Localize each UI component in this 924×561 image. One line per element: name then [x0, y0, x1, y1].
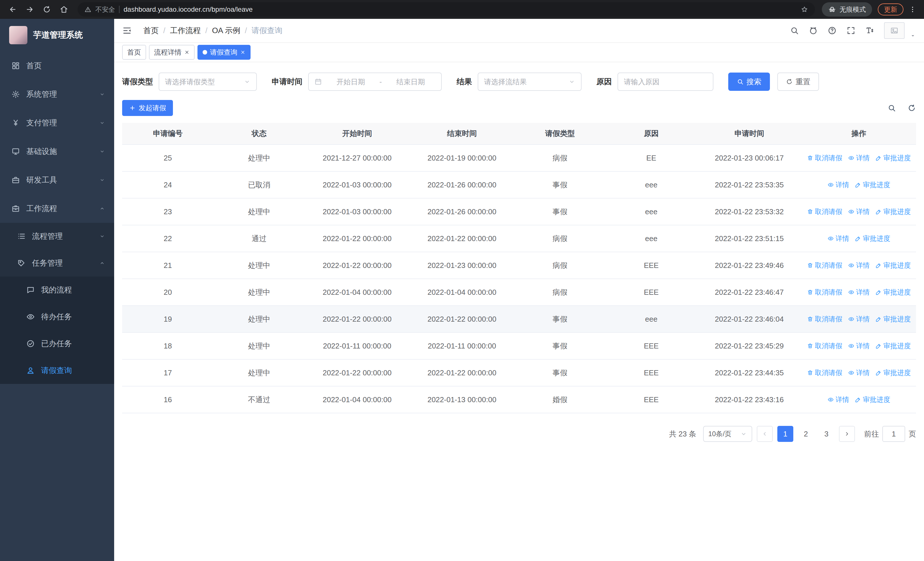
- content: 请假类型 请选择请假类型 申请时间 开始日期 - 结束日期: [114, 62, 924, 561]
- breadcrumb-item[interactable]: 工作流程: [170, 26, 201, 36]
- progress-action-link[interactable]: 审批进度: [855, 234, 890, 243]
- sidebar-collapse-icon[interactable]: [122, 26, 132, 35]
- create-leave-button[interactable]: 发起请假: [122, 100, 173, 116]
- cell-reason: EE: [606, 144, 697, 171]
- goto-page-input[interactable]: [882, 426, 905, 442]
- browser-back-icon[interactable]: [6, 3, 20, 16]
- cancel-action-link[interactable]: 取消请假: [807, 341, 842, 350]
- sidebar-item-待办任务[interactable]: 待办任务: [0, 303, 114, 330]
- sidebar-item-已办任务[interactable]: 已办任务: [0, 330, 114, 357]
- avatar-caret-icon[interactable]: [910, 33, 916, 39]
- search-button[interactable]: 搜索: [728, 72, 770, 91]
- bookmark-star-icon[interactable]: [801, 6, 808, 13]
- close-icon[interactable]: [184, 50, 189, 55]
- cancel-action-link[interactable]: 取消请假: [807, 314, 842, 323]
- page-button-1[interactable]: 1: [777, 426, 793, 442]
- column-header: 原因: [606, 123, 697, 144]
- sidebar-item-支付管理[interactable]: 支付管理: [0, 108, 114, 137]
- cancel-action-link[interactable]: 取消请假: [807, 207, 842, 216]
- table-body: 25处理中2021-12-27 00:00:002022-01-19 00:00…: [122, 144, 916, 413]
- page-button-3[interactable]: 3: [818, 426, 834, 442]
- sidebar-item-工作流程[interactable]: 工作流程: [0, 194, 114, 223]
- address-bar[interactable]: 不安全 dashboard.yudao.iocoder.cn/bpm/oa/le…: [78, 2, 815, 17]
- prev-page-button[interactable]: [757, 426, 773, 442]
- security-warning-label: 不安全: [95, 5, 115, 14]
- search-icon[interactable]: [790, 26, 799, 35]
- refresh-table-icon[interactable]: [908, 104, 916, 112]
- cell-actions: 取消请假详情审批进度: [802, 144, 916, 171]
- trash-icon: [807, 289, 813, 295]
- tag-icon: [17, 259, 26, 267]
- progress-action-link[interactable]: 审批进度: [876, 288, 911, 297]
- breadcrumb-item: 请假查询: [252, 26, 282, 36]
- progress-action-link[interactable]: 审批进度: [876, 314, 911, 323]
- page-size-select[interactable]: 10条/页: [703, 426, 752, 442]
- browser-reload-icon[interactable]: [40, 3, 54, 16]
- browser-menu-icon[interactable]: [907, 5, 918, 14]
- cancel-action-link[interactable]: 取消请假: [807, 288, 842, 297]
- avatar[interactable]: [884, 22, 904, 39]
- sidebar-item-请假查询[interactable]: 请假查询: [0, 357, 114, 384]
- page-numbers: 123: [777, 426, 834, 442]
- sidebar-item-首页[interactable]: 首页: [0, 51, 114, 80]
- fullscreen-icon[interactable]: [846, 26, 855, 35]
- cell-type: 婚假: [514, 386, 606, 413]
- progress-action-link[interactable]: 审批进度: [876, 261, 911, 270]
- leave-type-select[interactable]: 请选择请假类型: [159, 72, 257, 91]
- cancel-action-link[interactable]: 取消请假: [807, 368, 842, 378]
- chevron-down-icon: [99, 177, 105, 183]
- detail-action-link[interactable]: 详情: [848, 288, 870, 297]
- cell-start: 2022-01-11 00:00:00: [305, 332, 410, 359]
- sidebar-item-我的流程[interactable]: 我的流程: [0, 277, 114, 303]
- column-header: 结束时间: [410, 123, 514, 144]
- browser-home-icon[interactable]: [57, 3, 71, 16]
- cancel-action-link[interactable]: 取消请假: [807, 261, 842, 270]
- sidebar-item-label: 我的流程: [41, 285, 105, 295]
- tab-流程详情[interactable]: 流程详情: [149, 45, 195, 60]
- detail-action-link[interactable]: 详情: [848, 261, 870, 270]
- toggle-search-icon[interactable]: [888, 104, 896, 112]
- sidebar-item-label: 研发工具: [26, 175, 99, 185]
- breadcrumb-item[interactable]: 首页: [143, 26, 159, 36]
- progress-action-link[interactable]: 审批进度: [876, 207, 911, 216]
- progress-action-link[interactable]: 审批进度: [855, 395, 890, 404]
- detail-action-link[interactable]: 详情: [828, 395, 849, 404]
- detail-action-link[interactable]: 详情: [848, 368, 870, 378]
- next-page-button[interactable]: [839, 426, 855, 442]
- trash-icon: [807, 343, 813, 349]
- progress-action-link[interactable]: 审批进度: [876, 341, 911, 350]
- page-button-2[interactable]: 2: [798, 426, 814, 442]
- breadcrumb-item[interactable]: OA 示例: [212, 26, 240, 36]
- sidebar-item-任务管理[interactable]: 任务管理: [0, 250, 114, 277]
- edit-icon: [876, 316, 882, 322]
- browser-forward-icon[interactable]: [23, 3, 36, 16]
- font-size-icon[interactable]: [865, 26, 874, 35]
- help-icon[interactable]: [828, 26, 837, 35]
- detail-action-link[interactable]: 详情: [828, 180, 849, 190]
- close-icon[interactable]: [240, 50, 245, 55]
- reset-button[interactable]: 重置: [777, 72, 819, 91]
- tab-首页[interactable]: 首页: [122, 45, 146, 60]
- apply-time-range-picker[interactable]: 开始日期 - 结束日期: [308, 72, 442, 91]
- detail-action-link[interactable]: 详情: [828, 234, 849, 243]
- progress-action-link[interactable]: 审批进度: [855, 180, 890, 190]
- progress-action-link[interactable]: 审批进度: [876, 368, 911, 378]
- detail-action-link[interactable]: 详情: [848, 341, 870, 350]
- reason-input[interactable]: [624, 78, 707, 86]
- sidebar-item-系统管理[interactable]: 系统管理: [0, 80, 114, 108]
- sidebar-item-流程管理[interactable]: 流程管理: [0, 223, 114, 250]
- cell-end: 2022-01-26 00:00:00: [410, 171, 514, 198]
- github-icon[interactable]: [809, 26, 818, 35]
- sidebar-item-基础设施[interactable]: 基础设施: [0, 137, 114, 165]
- cell-reason: eee: [606, 171, 697, 198]
- cancel-action-link[interactable]: 取消请假: [807, 153, 842, 162]
- detail-action-link[interactable]: 详情: [848, 314, 870, 323]
- detail-action-link[interactable]: 详情: [848, 153, 870, 162]
- result-select[interactable]: 请选择流结果: [478, 72, 582, 91]
- browser-update-button[interactable]: 更新: [878, 3, 903, 15]
- app-logo: 芋道管理系统: [0, 19, 114, 51]
- tab-请假查询[interactable]: 请假查询: [198, 45, 250, 60]
- sidebar-item-研发工具[interactable]: 研发工具: [0, 165, 114, 194]
- progress-action-link[interactable]: 审批进度: [876, 153, 911, 162]
- detail-action-link[interactable]: 详情: [848, 207, 870, 216]
